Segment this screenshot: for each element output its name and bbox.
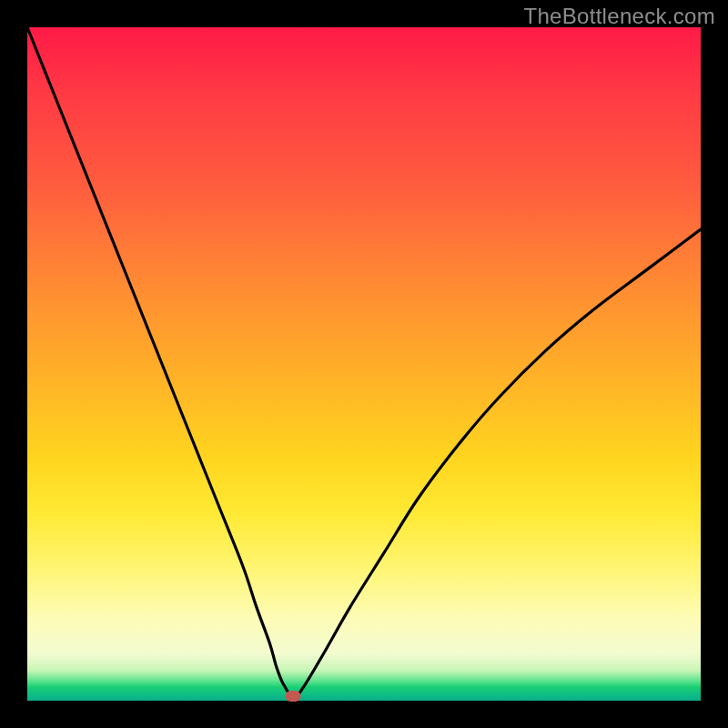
chart-frame: TheBottleneck.com — [0, 0, 728, 728]
plot-area — [27, 27, 701, 701]
optimal-point-marker — [286, 691, 301, 702]
watermark-text: TheBottleneck.com — [523, 4, 715, 29]
bottleneck-curve — [27, 27, 701, 701]
